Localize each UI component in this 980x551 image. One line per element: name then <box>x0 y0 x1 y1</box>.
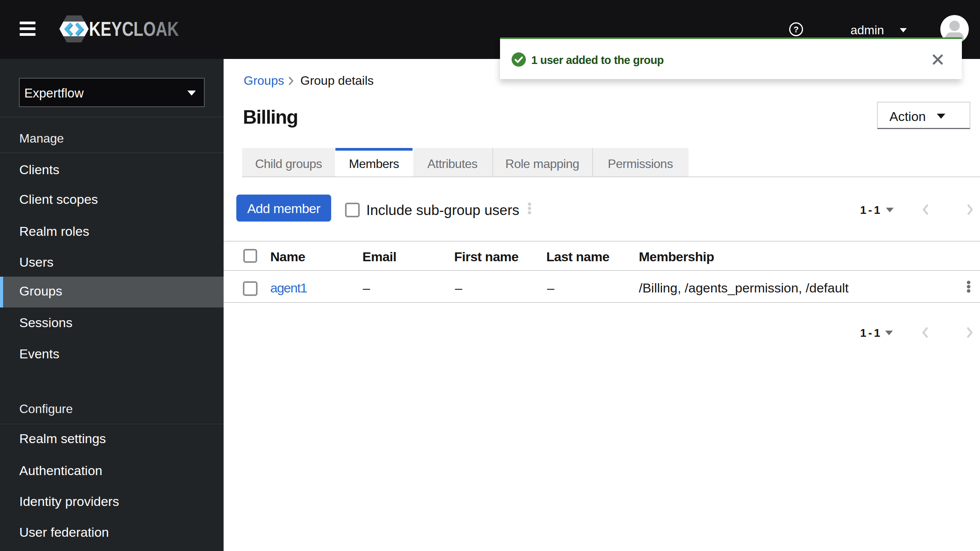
svg-text:?: ? <box>793 25 798 34</box>
svg-text:KEYCLOAK: KEYCLOAK <box>89 18 179 40</box>
